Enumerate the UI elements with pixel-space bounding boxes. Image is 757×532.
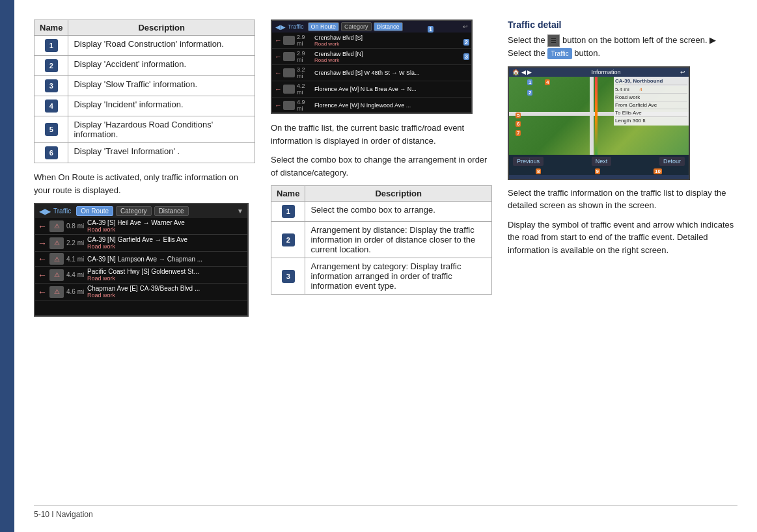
small-traf-rows: ← 2.9 mi Crenshaw Blvd [S] Road work ← 2… [272, 33, 471, 114]
column-middle: ◀▶ Traffic On Route Category Distance ↩ … [271, 20, 492, 492]
row-icon: ⚠ [49, 237, 64, 249]
desc-cell: Arrangement by category: Display traffic… [305, 258, 492, 295]
det-header: 🏠 ◀ ▶ Information ↩ [509, 68, 689, 77]
det-badge-7: 7 [516, 130, 521, 136]
middle-para2: Select the combo box to change the arran… [271, 153, 492, 179]
left-table-row: 5 Display 'Hazardous Road Conditions' in… [34, 116, 255, 143]
row-icon [283, 101, 295, 110]
left-table-row: 4 Display 'Incident' information. [34, 96, 255, 116]
row-badge: 1 [282, 205, 295, 218]
det-badge-1: 1 [527, 79, 532, 85]
det-badge-4: 4 [545, 79, 550, 85]
left-body-text: When On Route is activated, only traffic… [34, 171, 255, 196]
menu-button-icon: ☰ [547, 34, 560, 47]
row-arrow: ← [275, 53, 281, 60]
footer: 5-10 I Navigation [34, 505, 737, 519]
row-desc: Pacific Coast Hwy [S] Goldenwest St... R… [87, 268, 245, 282]
stl-on-route[interactable]: On Route [308, 22, 340, 31]
large-traffic-screenshot: ◀▶ Traffic On Route Category Distance ▼ … [34, 203, 249, 317]
left-table-row: 3 Display 'Slow Traffic' information. [34, 76, 255, 96]
overlay-badge-2: 2 [463, 39, 469, 46]
desc-cell: Display 'Slow Traffic' information. [68, 76, 255, 96]
row-arrow: ← [38, 221, 47, 232]
det-bottom-nav: Previous Next Detour [509, 155, 689, 168]
num-cell: 1 [271, 202, 305, 222]
on-route-btn[interactable]: On Route [76, 206, 113, 216]
small-traf-row: ← 4.9 mi Florence Ave [W] N Inglewood Av… [272, 98, 471, 114]
row-icon: ⚠ [49, 220, 64, 232]
traffic-icon: ◀▶ [39, 207, 51, 216]
desc-cell: Arrangement by distance: Display the tra… [305, 222, 492, 258]
page-container: Name Description 1 Display 'Road Constru… [0, 0, 757, 532]
num-cell: 1 [34, 36, 68, 56]
row-badge: 1 [45, 39, 58, 52]
footer-text: 5-10 I Navigation [34, 510, 93, 519]
num-cell: 2 [271, 222, 305, 258]
num-cell: 4 [34, 96, 68, 116]
det-map: 1 4 2 3 5 6 7 CA-39, Northbound 5.4 mi 4 [509, 77, 689, 155]
det-bottom-badges: 8 9 10 [509, 168, 689, 175]
row-desc: Crenshaw Blvd [S] W 48th St → W Sla... [314, 70, 420, 76]
stl-category[interactable]: Category [341, 22, 372, 31]
det-badge-5: 5 [516, 113, 521, 118]
main-content: Name Description 1 Display 'Road Constru… [14, 0, 757, 532]
num-cell: 3 [34, 76, 68, 96]
row-dist: 4.1 mi [66, 256, 85, 263]
num-cell: 6 [34, 143, 68, 163]
right-table-row: 1 Select the combo box to arrange. [271, 202, 492, 222]
row-desc: CA-39 [N] Garfield Ave → Ellis Ave Road … [87, 236, 245, 250]
large-traf-row: → ⚠ 2.2 mi CA-39 [N] Garfield Ave → Elli… [35, 235, 247, 252]
row-icon: ⚠ [49, 253, 64, 265]
row-badge: 6 [45, 146, 58, 159]
num-cell: 3 [271, 258, 305, 295]
desc-cell: Display 'Road Construction' information. [68, 36, 255, 56]
left-table-row: 1 Display 'Road Construction' informatio… [34, 36, 255, 56]
traffic-detail-para1: Select the traffic information on the tr… [508, 187, 737, 212]
overlay-badge-1: 1 [428, 26, 434, 33]
row-arrow: ← [275, 101, 281, 109]
large-traf-rows: ← ⚠ 0.8 mi CA-39 [S] Heil Ave → Warner A… [35, 218, 247, 300]
right-table-header-desc: Description [305, 186, 492, 202]
num-cell: 5 [34, 116, 68, 143]
row-dist: 4.2 mi [297, 83, 312, 96]
left-table-header-name: Name [34, 20, 68, 36]
row-desc: Crenshaw Blvd [N] Road work [314, 51, 363, 63]
det-badge-2: 2 [527, 90, 532, 96]
small-traf-row: ← 2.9 mi Crenshaw Blvd [S] Road work [272, 33, 471, 49]
row-badge: 3 [45, 79, 58, 92]
traffic-button-label: Traffic [547, 48, 571, 59]
stl-distance[interactable]: Distance [374, 22, 403, 31]
traffic-label: Traffic [53, 207, 71, 215]
distance-btn[interactable]: Distance [154, 206, 189, 216]
previous-btn[interactable]: Previous [513, 157, 544, 166]
desc-cell: Display 'Accident' information. [68, 56, 255, 76]
desc-cell: Display 'Hazardous Road Conditions' info… [68, 116, 255, 143]
middle-para1: On the traffic list, the current basic t… [271, 122, 492, 147]
right-table-header-name: Name [271, 186, 305, 202]
row-dist: 3.2 mi [297, 66, 312, 79]
row-desc: Florence Ave [W] N La Brea Ave → N... [314, 86, 417, 92]
row-badge: 5 [45, 123, 58, 136]
desc-cell: Display 'Incident' information. [68, 96, 255, 116]
traffic-detail-screenshot: 🏠 ◀ ▶ Information ↩ 1 4 2 [508, 66, 690, 180]
detour-btn[interactable]: Detour [659, 157, 685, 166]
next-btn[interactable]: Next [592, 157, 612, 166]
row-arrow: → [38, 238, 47, 248]
row-dist: 0.8 mi [66, 222, 85, 230]
row-badge: 3 [282, 270, 295, 283]
row-desc: CA-39 [S] Heil Ave → Warner Ave Road wor… [87, 219, 245, 233]
right-table: Name Description 1 Select the combo box … [271, 185, 492, 295]
traffic-detail-title: Traffic detail [508, 20, 737, 30]
row-desc: Crenshaw Blvd [S] Road work [314, 34, 363, 47]
row-arrow: ← [38, 254, 47, 264]
category-btn[interactable]: Category [116, 206, 152, 216]
info-panel: CA-39, Northbound 5.4 mi 4 Road work Fro… [614, 77, 689, 126]
right-table-row: 3 Arrangement by category: Display traff… [271, 258, 492, 295]
large-traf-row: ← ⚠ 4.4 mi Pacific Coast Hwy [S] Goldenw… [35, 267, 247, 284]
row-icon [283, 52, 295, 61]
row-icon [283, 68, 295, 77]
det-badge-6: 6 [516, 121, 521, 127]
row-dist: 2.2 mi [66, 239, 85, 246]
row-arrow: ← [38, 270, 47, 280]
large-traf-row: ← ⚠ 4.6 mi Chapman Ave [E] CA-39/Beach B… [35, 284, 247, 300]
